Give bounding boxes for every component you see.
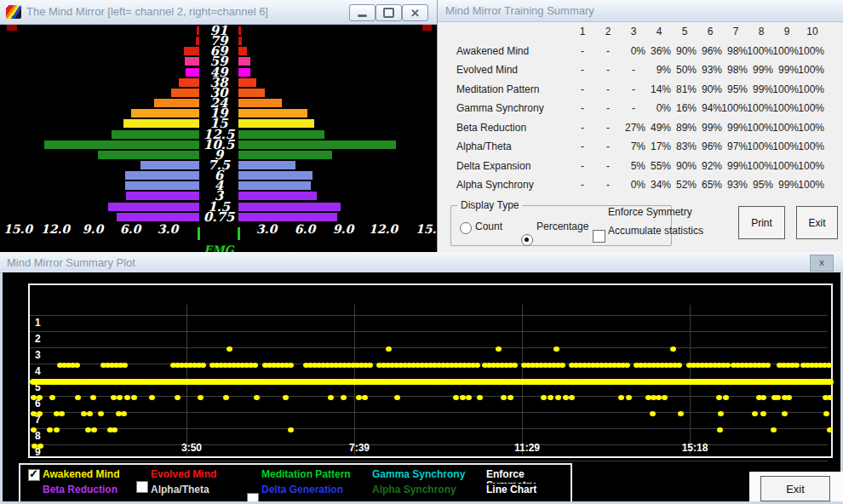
table-row: Evolved Mind---9%50%93%98%99%99%100% xyxy=(438,64,843,77)
data-point xyxy=(227,346,232,352)
metric-label: Beta Reduction xyxy=(456,122,526,134)
plot-close-button[interactable]: x xyxy=(810,255,834,272)
data-point xyxy=(87,411,93,416)
table-cell: - xyxy=(632,64,635,76)
data-point xyxy=(198,395,204,400)
mirror-bar-left-4 xyxy=(125,181,199,190)
summary-exit-button[interactable]: Exit xyxy=(796,206,838,239)
mirror-bar-right-24 xyxy=(238,99,282,107)
data-point xyxy=(501,395,507,400)
mirror-bar-right-38 xyxy=(238,78,256,87)
percentage-radio[interactable] xyxy=(521,234,533,246)
table-cell: - xyxy=(581,45,584,57)
table-cell: 100% xyxy=(790,179,824,191)
table-cell: - xyxy=(606,160,610,172)
plot-titlebar[interactable]: Mind Mirror Summary Plot x xyxy=(0,252,843,273)
mirror-bar-right-19 xyxy=(238,109,307,117)
data-point xyxy=(98,411,104,416)
training-summary-panel: Mind Mirror Training Summary 12345678910… xyxy=(437,0,843,252)
percentage-radio-label[interactable]: Percentage xyxy=(536,220,588,232)
summary-titlebar[interactable]: Mind Mirror Training Summary xyxy=(438,0,843,22)
legend-label: Enforce xyxy=(486,468,525,480)
data-point xyxy=(541,395,547,400)
accumulate-statistics-label[interactable]: Accumulate statistics xyxy=(608,225,703,237)
mirror-bar-left-91 xyxy=(197,26,199,35)
data-point xyxy=(74,363,80,368)
metric-label: Alpha/Theta xyxy=(456,140,512,152)
summary-title: Mind Mirror Training Summary xyxy=(445,4,594,17)
data-point xyxy=(823,411,829,416)
data-point xyxy=(453,395,459,400)
gridline-horizontal xyxy=(30,331,828,332)
table-cell: - xyxy=(581,102,584,114)
data-point xyxy=(75,395,81,400)
data-point xyxy=(121,411,127,416)
table-cell: - xyxy=(606,140,610,152)
legend-checkbox-evolved-mind[interactable] xyxy=(136,481,148,493)
plot-legend: ✓Awakened MindEvolved MindMeditation Pat… xyxy=(19,463,572,503)
emg-axis-label: 12.0 xyxy=(41,222,70,236)
table-column-header: 2 xyxy=(605,26,611,37)
data-point xyxy=(37,411,43,416)
mirror-bar-right-1.5 xyxy=(238,203,341,211)
table-cell: - xyxy=(606,45,610,57)
data-point xyxy=(718,411,724,416)
data-point xyxy=(37,444,43,449)
data-point xyxy=(341,395,347,400)
gridline-horizontal xyxy=(30,347,828,348)
data-point xyxy=(394,395,400,400)
table-cell: 100% xyxy=(790,83,824,95)
enforce-symmetry-checkbox[interactable] xyxy=(593,230,605,243)
data-point xyxy=(826,363,832,368)
mirror-bar-right-49 xyxy=(238,68,250,77)
data-point xyxy=(512,363,518,368)
plot-title: Mind Mirror Summary Plot xyxy=(7,256,135,269)
data-point xyxy=(771,427,777,432)
plot-exit-button[interactable]: Exit xyxy=(760,476,830,501)
metric-label: Alpha Synchrony xyxy=(456,179,534,191)
data-point xyxy=(283,395,289,400)
table-cell: 100% xyxy=(790,102,824,114)
count-radio[interactable] xyxy=(460,222,472,234)
y-axis-label: 2 xyxy=(35,333,41,345)
mirror-bar-left-69 xyxy=(184,47,199,55)
y-axis-label: 4 xyxy=(35,365,41,377)
legend-label: Evolved Mind xyxy=(151,468,216,480)
print-button[interactable]: Print xyxy=(738,206,785,239)
x-tick-label: 3:50 xyxy=(181,442,202,454)
data-point xyxy=(252,363,258,368)
table-row: Meditation Pattern---14%81%90%95%99%100%… xyxy=(438,83,843,97)
table-column-header: 8 xyxy=(759,26,765,37)
count-radio-label[interactable]: Count xyxy=(475,220,502,232)
data-point xyxy=(200,363,206,368)
legend-label: Gamma Synchrony xyxy=(372,468,465,480)
table-row: Delta Expansion--5%55%90%92%99%100%100%1… xyxy=(438,160,843,174)
data-point xyxy=(678,411,684,416)
legend-label: Beta Reduction xyxy=(43,484,118,495)
data-point xyxy=(386,346,392,352)
data-point xyxy=(569,395,575,400)
data-point xyxy=(117,395,123,400)
data-point xyxy=(47,427,53,432)
data-point xyxy=(175,395,181,400)
gridline-horizontal xyxy=(30,412,828,413)
table-cell: - xyxy=(606,83,610,95)
data-point xyxy=(650,411,656,416)
data-point xyxy=(670,346,676,352)
data-point xyxy=(563,395,569,400)
data-point xyxy=(466,395,472,400)
enforce-symmetry-label[interactable]: Enforce Symmetry xyxy=(608,206,692,218)
legend-label: Line Chart xyxy=(486,484,536,495)
emg-axis-label: 9.0 xyxy=(83,222,103,236)
mirror-bar-right-59 xyxy=(238,57,250,66)
table-cell: 100% xyxy=(790,122,824,134)
data-point xyxy=(356,395,362,400)
mirror-bar-left-3 xyxy=(126,192,199,200)
gridline-horizontal xyxy=(30,461,828,461)
data-point xyxy=(626,395,632,400)
legend-checkbox-awakened-mind[interactable]: ✓ xyxy=(28,469,40,481)
mirror-bar-left-38 xyxy=(179,78,199,87)
data-point xyxy=(254,395,260,400)
mirror-bar-right-9 xyxy=(238,151,332,159)
emg-axis-label: 6.0 xyxy=(295,222,315,236)
